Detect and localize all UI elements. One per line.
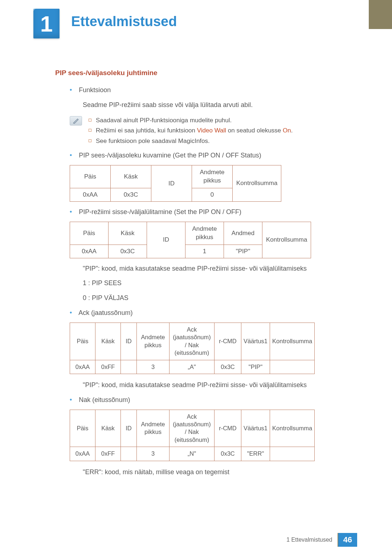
header-accent-bar bbox=[369, 0, 392, 29]
cell: Andmete pikkus bbox=[137, 323, 170, 360]
table-set-pip: Päis Käsk ID Andmete pikkus Andmed Kontr… bbox=[70, 222, 311, 258]
cell: Käsk bbox=[95, 323, 121, 360]
cell: 0xAA bbox=[70, 447, 95, 461]
th-kontrollsumma: Kontrollsumma bbox=[233, 165, 281, 202]
funktsioon-desc: Seadme PIP-režiimi saab sisse või välja … bbox=[83, 100, 357, 110]
td: 0 bbox=[192, 188, 233, 201]
pip-code-desc-2: "PIP": kood, mida kasutatakse seadme PIP… bbox=[83, 380, 357, 390]
bullet-get-status: PIP sees-/väljasoleku kuvamine (Get the … bbox=[70, 150, 357, 161]
cell bbox=[270, 360, 315, 374]
err-desc: "ERR": kood, mis näitab, millise veaga o… bbox=[83, 467, 357, 477]
table-nak: PäisKäskIDAndmete pikkusAck (jaatussõnum… bbox=[70, 410, 315, 461]
bullet-funktsioon: Funktsioon bbox=[70, 85, 357, 95]
cell: Käsk bbox=[95, 410, 121, 447]
table-row: 0xAA0xFF3„A"0x3C"PIP" bbox=[70, 360, 315, 374]
cell: „A" bbox=[170, 360, 215, 374]
chapter-title: Ettevalmistused bbox=[71, 14, 177, 29]
pip-valjas: 0 : PIP VÄLJAS bbox=[83, 293, 357, 303]
chapter-number: 1 bbox=[40, 11, 53, 37]
cell: 0x3C bbox=[215, 360, 241, 374]
note-text: Režiimi ei saa juhtida, kui funktsioon V… bbox=[96, 126, 293, 136]
th-pais: Päis bbox=[70, 165, 111, 188]
cell: Kontrollsumma bbox=[270, 323, 315, 360]
table-header-row: Päis Käsk ID Andmete pikkus Andmed Kontr… bbox=[70, 222, 311, 245]
table-header-row: PäisKäskIDAndmete pikkusAck (jaatussõnum… bbox=[70, 410, 315, 447]
table-header-row: PäisKäskIDAndmete pikkusAck (jaatussõnum… bbox=[70, 323, 315, 360]
footer: 1 Ettevalmistused 46 bbox=[281, 533, 357, 547]
note-list: Saadaval ainult PIP-funktsiooniga mudeli… bbox=[89, 115, 357, 147]
pip-code-desc: "PIP": kood, mida kasutatakse seadme PIP… bbox=[83, 263, 357, 274]
chapter-number-badge: 1 bbox=[33, 9, 60, 38]
note-item-3: See funktsioon pole saadaval MagicInfos. bbox=[89, 136, 357, 147]
cell: 3 bbox=[137, 447, 170, 461]
note-text: See funktsioon pole saadaval MagicInfos. bbox=[96, 136, 210, 147]
bullet-label: Funktsioon bbox=[79, 86, 111, 94]
footer-chapter-label: 1 Ettevalmistused bbox=[281, 533, 338, 547]
cell: 3 bbox=[137, 360, 170, 374]
square-bullet-icon bbox=[89, 139, 91, 142]
th-andmed: Andmed bbox=[224, 222, 262, 245]
cell: Kontrollsumma bbox=[270, 410, 315, 447]
th-kask: Käsk bbox=[109, 222, 147, 245]
note-block: Saadaval ainult PIP-funktsiooniga mudeli… bbox=[70, 115, 357, 147]
cell: "ERR" bbox=[241, 447, 270, 461]
note-text: Saadaval ainult PIP-funktsiooniga mudeli… bbox=[96, 115, 232, 126]
content-area: PIP sees-/väljasoleku juhtimine Funktsio… bbox=[55, 69, 357, 482]
cell: 0xFF bbox=[95, 447, 121, 461]
note-item-1: Saadaval ainult PIP-funktsiooniga mudeli… bbox=[89, 115, 357, 126]
table-header-row: Päis Käsk ID Andmete pikkus Kontrollsumm… bbox=[70, 165, 281, 188]
cell: 0x3C bbox=[215, 447, 241, 461]
cell: „N" bbox=[170, 447, 215, 461]
table-get-status: Päis Käsk ID Andmete pikkus Kontrollsumm… bbox=[70, 165, 281, 202]
cell: ID bbox=[121, 323, 137, 360]
cell: Väärtus1 bbox=[241, 410, 270, 447]
square-bullet-icon bbox=[89, 119, 91, 122]
cell: ID bbox=[121, 410, 137, 447]
td: 1 bbox=[185, 245, 224, 258]
bullet-text: PIP-režiimi sisse-/väljalülitamine (Set … bbox=[79, 208, 241, 216]
bullet-ack: Ack (jaatussõnum) bbox=[70, 308, 357, 318]
footer-page-number: 46 bbox=[338, 533, 357, 547]
cell: Andmete pikkus bbox=[137, 410, 170, 447]
cell: 0xAA bbox=[70, 360, 95, 374]
bullet-set-pip: PIP-režiimi sisse-/väljalülitamine (Set … bbox=[70, 207, 357, 217]
td: 0x3C bbox=[109, 245, 147, 258]
cell: r-CMD bbox=[215, 323, 241, 360]
td: 0xAA bbox=[70, 245, 109, 258]
pip-sees: 1 : PIP SEES bbox=[83, 278, 357, 288]
th-andmete-pikkus: Andmete pikkus bbox=[185, 222, 224, 245]
page: 1 Ettevalmistused PIP sees-/väljasoleku … bbox=[0, 0, 392, 554]
th-kask: Käsk bbox=[111, 165, 151, 188]
bullet-nak: Nak (eitussõnum) bbox=[70, 395, 357, 405]
bullet-text: PIP sees-/väljasoleku kuvamine (Get the … bbox=[79, 152, 261, 159]
th-id: ID bbox=[151, 165, 192, 202]
cell: "PIP" bbox=[241, 360, 270, 374]
cell: Päis bbox=[70, 323, 95, 360]
bullet-text: Ack (jaatussõnum) bbox=[78, 309, 132, 316]
cell: Väärtus1 bbox=[241, 323, 270, 360]
th-kontrollsumma: Kontrollsumma bbox=[262, 222, 311, 258]
cell: Päis bbox=[70, 410, 95, 447]
highlight-on: On bbox=[283, 127, 291, 134]
page-curl-icon bbox=[31, 7, 38, 13]
cell: 0xFF bbox=[95, 360, 121, 374]
section-title: PIP sees-/väljasoleku juhtimine bbox=[55, 69, 357, 77]
cell: r-CMD bbox=[215, 410, 241, 447]
cell bbox=[270, 447, 315, 461]
td: "PIP" bbox=[224, 245, 262, 258]
note-icon bbox=[70, 116, 82, 126]
note-item-2: Režiimi ei saa juhtida, kui funktsioon V… bbox=[89, 126, 357, 136]
cell bbox=[121, 447, 137, 461]
table-ack: PäisKäskIDAndmete pikkusAck (jaatussõnum… bbox=[70, 323, 315, 374]
th-id: ID bbox=[147, 222, 185, 258]
table-row: 0xAA0xFF3„N"0x3C"ERR" bbox=[70, 447, 315, 461]
cell: Ack (jaatussõnum) / Nak (eitussõnum) bbox=[170, 323, 215, 360]
square-bullet-icon bbox=[89, 129, 91, 132]
bullet-text: Nak (eitussõnum) bbox=[79, 396, 130, 403]
cell bbox=[121, 360, 137, 374]
th-andmete-pikkus: Andmete pikkus bbox=[192, 165, 233, 188]
td: 0x3C bbox=[111, 188, 151, 201]
th-pais: Päis bbox=[70, 222, 109, 245]
cell: Ack (jaatussõnum) / Nak (eitussõnum) bbox=[170, 410, 215, 447]
highlight-video-wall: Video Wall bbox=[197, 127, 226, 134]
